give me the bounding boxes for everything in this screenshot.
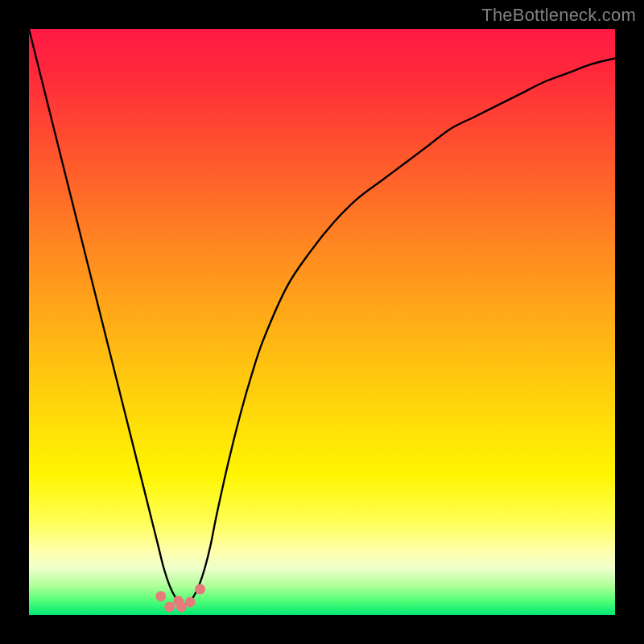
bottleneck-curve [29,29,615,604]
plot-area [29,29,615,615]
marker-dot [155,591,166,601]
chart-frame: TheBottleneck.com [0,0,644,644]
marker-dot [164,601,175,612]
curve-layer [29,29,615,615]
curve-markers [155,584,205,612]
watermark-text: TheBottleneck.com [481,5,636,26]
marker-dot [195,584,205,594]
marker-dot [185,597,196,607]
